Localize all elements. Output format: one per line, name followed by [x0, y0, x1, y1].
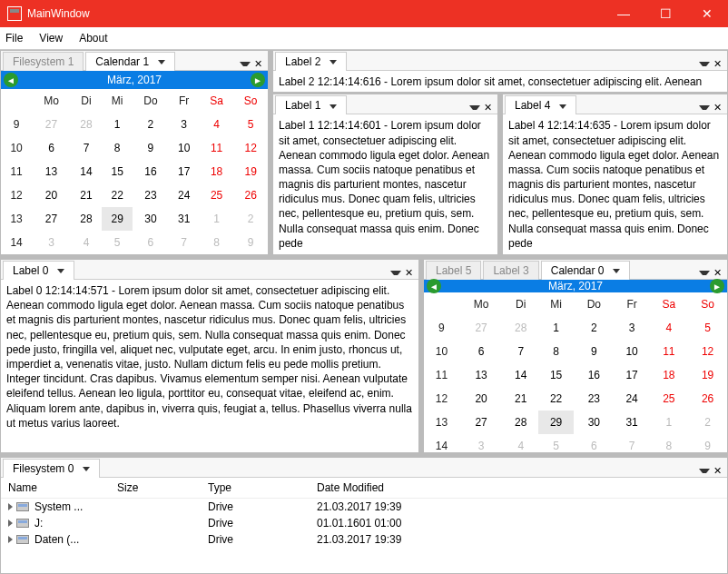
cal-day[interactable]: 24 — [169, 183, 200, 207]
col-type[interactable]: Type — [208, 481, 317, 494]
cal-day[interactable]: 27 — [459, 316, 503, 340]
cal-day[interactable]: 2 — [133, 113, 168, 136]
cal-next-button[interactable]: ► — [251, 73, 265, 87]
cal-day[interactable]: 27 — [32, 113, 71, 136]
fs-header[interactable]: Name Size Type Date Modified — [1, 478, 727, 499]
cal-day[interactable]: 13 — [32, 160, 71, 183]
cal-day[interactable]: 3 — [615, 316, 650, 340]
cal-day[interactable]: 19 — [688, 363, 727, 387]
cal-day[interactable]: 22 — [102, 183, 133, 207]
cal-day[interactable]: 16 — [574, 363, 615, 387]
cal-day[interactable]: 11 — [649, 340, 688, 363]
fs-row[interactable]: System ...Drive21.03.2017 19:39 — [1, 499, 727, 515]
tab-filesystem0[interactable]: Filesystem 0 — [3, 459, 100, 478]
cal-day[interactable]: 14 — [71, 160, 102, 183]
cal-day[interactable]: 8 — [649, 434, 688, 453]
cal-day[interactable]: 22 — [538, 387, 574, 411]
tab-dropdown-icon[interactable] — [469, 105, 480, 110]
cal-day[interactable]: 4 — [71, 231, 102, 254]
tab-close-icon[interactable]: ✕ — [482, 102, 494, 114]
cal-day[interactable]: 10 — [615, 340, 650, 363]
cal-day[interactable]: 1 — [102, 113, 133, 136]
menu-file[interactable]: File — [5, 32, 23, 45]
cal-day[interactable]: 3 — [459, 434, 503, 453]
cal-day[interactable]: 15 — [102, 160, 133, 183]
cal-day[interactable]: 26 — [688, 387, 727, 411]
cal-day[interactable]: 3 — [169, 113, 200, 136]
cal-day[interactable]: 23 — [133, 183, 168, 207]
cal-prev-button[interactable]: ◄ — [4, 73, 18, 87]
expand-icon[interactable] — [8, 503, 13, 510]
cal-day[interactable]: 6 — [574, 434, 615, 453]
cal-day[interactable]: 8 — [102, 136, 133, 160]
fs-row[interactable]: Daten (...Drive21.03.2017 19:39 — [1, 531, 727, 548]
tab-label3[interactable]: Label 3 — [483, 261, 538, 280]
calendar-grid-0[interactable]: MoDiMiDoFrSaSo92728123451067891011121113… — [424, 292, 727, 453]
expand-icon[interactable] — [8, 520, 13, 527]
tab-label0[interactable]: Label 0 — [3, 261, 74, 280]
cal-day[interactable]: 27 — [459, 411, 503, 434]
cal-day[interactable]: 6 — [133, 231, 168, 254]
cal-day[interactable]: 23 — [574, 387, 615, 411]
cal-day[interactable]: 7 — [503, 340, 538, 363]
tab-close-icon[interactable]: ✕ — [712, 267, 723, 279]
cal-day[interactable]: 2 — [688, 411, 727, 434]
cal-day[interactable]: 15 — [538, 363, 574, 387]
close-button[interactable]: ✕ — [686, 0, 728, 27]
col-size[interactable]: Size — [117, 481, 208, 494]
tab-dropdown-icon[interactable] — [699, 62, 710, 66]
cal-day[interactable]: 13 — [459, 363, 503, 387]
cal-day[interactable]: 3 — [32, 231, 71, 254]
tab-close-icon[interactable]: ✕ — [712, 58, 723, 70]
cal-next-button[interactable]: ► — [710, 279, 724, 293]
cal-day[interactable]: 25 — [200, 183, 234, 207]
cal-day[interactable]: 14 — [503, 363, 538, 387]
cal-day[interactable]: 26 — [233, 183, 268, 207]
tab-dropdown-icon[interactable] — [699, 271, 710, 275]
tab-calendar0[interactable]: Calendar 0 — [541, 261, 631, 280]
tab-label5[interactable]: Label 5 — [426, 261, 481, 280]
cal-day[interactable]: 19 — [233, 160, 268, 183]
cal-day[interactable]: 18 — [200, 160, 234, 183]
cal-day[interactable]: 28 — [503, 316, 538, 340]
titlebar[interactable]: MainWindow — ☐ ✕ — [0, 0, 728, 27]
col-name[interactable]: Name — [8, 481, 117, 494]
cal-day[interactable]: 5 — [102, 231, 133, 254]
cal-day[interactable]: 31 — [169, 207, 200, 231]
tab-dropdown-icon[interactable] — [699, 105, 710, 110]
cal-day[interactable]: 1 — [200, 207, 234, 231]
cal-day[interactable]: 7 — [615, 434, 650, 453]
tab-dropdown-icon[interactable] — [240, 62, 251, 66]
cal-day[interactable]: 18 — [649, 363, 688, 387]
expand-icon[interactable] — [8, 536, 13, 543]
cal-day[interactable]: 1 — [538, 316, 574, 340]
tab-calendar1[interactable]: Calendar 1 — [85, 52, 175, 71]
cal-day[interactable]: 24 — [615, 387, 650, 411]
cal-day[interactable]: 4 — [649, 316, 688, 340]
cal-day[interactable]: 29 — [102, 207, 133, 231]
cal-day[interactable]: 5 — [233, 113, 268, 136]
cal-day[interactable]: 28 — [71, 113, 102, 136]
tab-label1[interactable]: Label 1 — [275, 95, 347, 114]
cal-day[interactable]: 8 — [200, 231, 234, 254]
cal-day[interactable]: 12 — [233, 136, 268, 160]
cal-day[interactable]: 21 — [71, 183, 102, 207]
cal-day[interactable]: 25 — [649, 387, 688, 411]
cal-day[interactable]: 9 — [133, 136, 168, 160]
tab-close-icon[interactable]: ✕ — [403, 267, 415, 279]
tab-close-icon[interactable]: ✕ — [712, 465, 723, 477]
cal-month-label[interactable]: März, 2017 — [107, 74, 162, 86]
cal-day[interactable]: 11 — [200, 136, 234, 160]
cal-day[interactable]: 8 — [538, 340, 574, 363]
cal-day[interactable]: 17 — [615, 363, 650, 387]
cal-day[interactable]: 28 — [71, 207, 102, 231]
cal-day[interactable]: 6 — [32, 136, 71, 160]
cal-day[interactable]: 16 — [133, 160, 168, 183]
cal-day[interactable]: 21 — [503, 387, 538, 411]
cal-day[interactable]: 29 — [538, 411, 574, 434]
menu-view[interactable]: View — [39, 32, 63, 45]
cal-day[interactable]: 2 — [233, 207, 268, 231]
cal-day[interactable]: 6 — [459, 340, 503, 363]
cal-day[interactable]: 30 — [133, 207, 168, 231]
cal-day[interactable]: 17 — [169, 160, 200, 183]
